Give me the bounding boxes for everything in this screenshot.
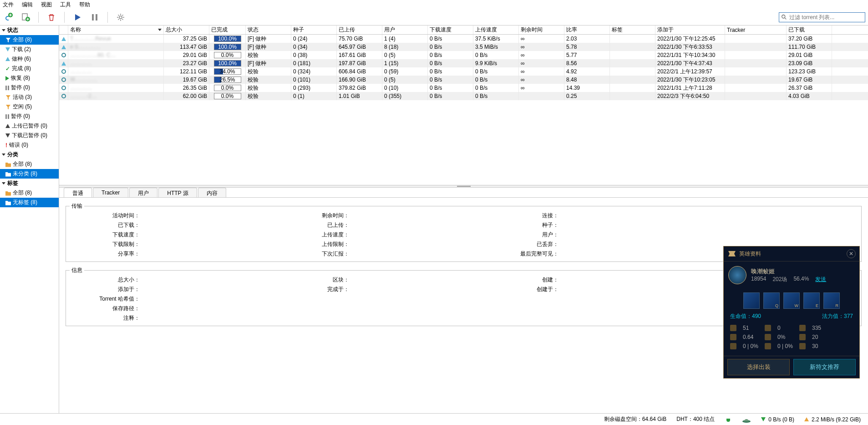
tab-content[interactable]: 内容	[198, 188, 226, 197]
col-tags[interactable]: 标签	[610, 26, 655, 34]
detail-value	[142, 241, 279, 248]
detail-value	[352, 231, 488, 239]
col-peers[interactable]: 用户	[382, 26, 428, 34]
add-link-button[interactable]	[3, 12, 14, 23]
toolbar-separator	[107, 12, 108, 23]
toolbar-separator	[64, 12, 65, 23]
table-row[interactable]: 环………… 19.67 GiB 26.5% 校验 0 (101) 166.90 …	[59, 76, 868, 84]
add-file-button[interactable]	[20, 12, 31, 23]
table-row[interactable]: ……………80. C… 29.01 GiB 0.0% 校验 0 (38) 167…	[59, 51, 868, 59]
stat-icon	[799, 325, 806, 331]
col-progress[interactable]: 已完成	[209, 26, 246, 34]
ability-icon[interactable]: W	[783, 292, 800, 309]
detail-label: 下次汇报：	[279, 250, 352, 258]
detail-label	[488, 314, 561, 322]
detail-value	[352, 221, 488, 229]
filter-input[interactable]	[789, 14, 863, 20]
stat-icon	[799, 334, 806, 340]
col-upspeed[interactable]: 上传速度	[473, 26, 519, 34]
sidebar-status-item[interactable]: 活动 (3)	[0, 92, 59, 102]
menubar: 文件 编辑 视图 工具 帮助	[0, 0, 868, 9]
sidebar-tags-item[interactable]: 全部 (8)	[0, 188, 59, 198]
sidebar-status-item[interactable]: 下载已暂停 (0)	[0, 131, 59, 140]
status-dl[interactable]: 0 B/s (0 B)	[761, 416, 794, 423]
sidebar-status-header[interactable]: 状态	[0, 26, 59, 35]
menu-view[interactable]: 视图	[41, 1, 52, 9]
table-row[interactable]: ………… 122.11 GiB 34.0% 校验 0 (324) 606.84 …	[59, 67, 868, 76]
table-row[interactable]: e S………… 113.47 GiB 100.0% [F] 做种 0 (34) …	[59, 43, 868, 51]
detail-value	[352, 241, 488, 248]
detail-value	[352, 305, 488, 312]
ability-icon[interactable]	[743, 292, 760, 309]
col-uploaded[interactable]: 已上传	[337, 26, 382, 34]
detail-value	[352, 286, 488, 293]
sidebar-category-item[interactable]: 全部 (8)	[0, 159, 59, 169]
sidebar-status-item[interactable]: 全部 (8)	[0, 35, 59, 45]
checking-icon	[61, 85, 66, 91]
build-button[interactable]: 选择出装	[727, 359, 790, 375]
col-size[interactable]: 总大小	[164, 26, 209, 34]
detail-label: 区块：	[279, 276, 352, 284]
settings-button[interactable]	[115, 12, 126, 23]
menu-help[interactable]: 帮助	[79, 1, 90, 9]
champ-stat-1: 18954	[751, 276, 766, 283]
menu-file[interactable]: 文件	[3, 1, 14, 9]
col-dlspeed[interactable]: 下载速度	[428, 26, 473, 34]
ability-icon[interactable]: Q	[763, 292, 780, 309]
menu-edit[interactable]: 编辑	[22, 1, 33, 9]
col-added[interactable]: 添加于	[655, 26, 725, 34]
pause-button[interactable]	[89, 12, 100, 23]
col-name[interactable]: 名称	[68, 26, 164, 34]
tab-peers[interactable]: 用户	[129, 188, 157, 197]
sidebar-status-item[interactable]: !错误 (0)	[0, 140, 59, 150]
stat-icon	[730, 334, 736, 340]
col-status[interactable]: 状态	[246, 26, 291, 34]
col-ratio[interactable]: 比率	[564, 26, 610, 34]
col-tracker[interactable]: Tracker	[725, 26, 787, 34]
sidebar-status-item[interactable]: 下载 (2)	[0, 45, 59, 54]
delete-button[interactable]	[46, 12, 57, 23]
runes-button[interactable]: 新符文推荐	[793, 359, 856, 375]
col-downloaded[interactable]: 已下载	[787, 26, 832, 34]
table-row[interactable]: ………… 23.27 GiB 100.0% [F] 做种 0 (181) 197…	[59, 59, 868, 67]
detail-value	[142, 212, 279, 220]
tab-trackers[interactable]: Tracker	[93, 188, 128, 197]
status-disk: 剩余磁盘空间：64.64 GiB	[604, 415, 666, 423]
tab-http[interactable]: HTTP 源	[158, 188, 197, 197]
detail-label: 活动时间：	[70, 212, 142, 220]
detail-label: 最后完整可见：	[488, 250, 561, 258]
filter-box	[779, 12, 865, 22]
status-plug-icon[interactable]	[725, 416, 732, 423]
status-alt-icon[interactable]	[742, 416, 751, 423]
ability-icon[interactable]: E	[803, 292, 820, 309]
sidebar-category-item[interactable]: 未分类 (8)	[0, 169, 59, 179]
toolbar	[0, 9, 868, 26]
table-row[interactable]: ………-2… 62.00 GiB 0.0% 校验 0 (1) 1.01 GiB …	[59, 92, 868, 100]
stat-value: 20	[812, 334, 830, 340]
status-ul[interactable]: 2.2 MiB/s (9.22 GiB)	[804, 416, 861, 423]
sidebar-status-item[interactable]: 做种 (6)	[0, 54, 59, 64]
ability-icon[interactable]: R	[823, 292, 840, 309]
sidebar-status-item[interactable]: 恢复 (8)	[0, 73, 59, 83]
tab-general[interactable]: 普通	[64, 188, 92, 197]
col-seeds[interactable]: 种子	[291, 26, 337, 34]
table-row[interactable]: T…………Revue 37.25 GiB 100.0% [F] 做种 0 (24…	[59, 35, 868, 43]
sidebar-status-item[interactable]: 暂停 (0)	[0, 83, 59, 92]
send-link[interactable]: 发送	[815, 276, 826, 283]
sidebar-status-item[interactable]: 暂停 (0)	[0, 112, 59, 121]
resume-button[interactable]	[72, 12, 83, 23]
sidebar-tags-item[interactable]: 无标签 (8)	[0, 198, 59, 207]
svg-rect-4	[96, 14, 97, 20]
sidebar-category-header[interactable]: 分类	[0, 150, 59, 159]
champ-stat-2: 202场	[772, 276, 787, 283]
sidebar-status-item[interactable]: 空闲 (5)	[0, 102, 59, 112]
overlay-close-button[interactable]: ✕	[847, 249, 856, 258]
sidebar-tags-header[interactable]: 标签	[0, 179, 59, 188]
menu-tools[interactable]: 工具	[60, 1, 71, 9]
table-row[interactable]: ………… 26.35 GiB 0.0% 校验 0 (293) 379.82 Gi…	[59, 84, 868, 92]
statusbar: 剩余磁盘空间：64.64 GiB DHT：400 结点 0 B/s (0 B) …	[0, 413, 868, 425]
sidebar-status-item[interactable]: ✓完成 (8)	[0, 64, 59, 73]
sidebar-status-item[interactable]: 上传已暂停 (0)	[0, 121, 59, 131]
detail-value	[352, 314, 488, 322]
col-eta[interactable]: 剩余时间	[519, 26, 564, 34]
